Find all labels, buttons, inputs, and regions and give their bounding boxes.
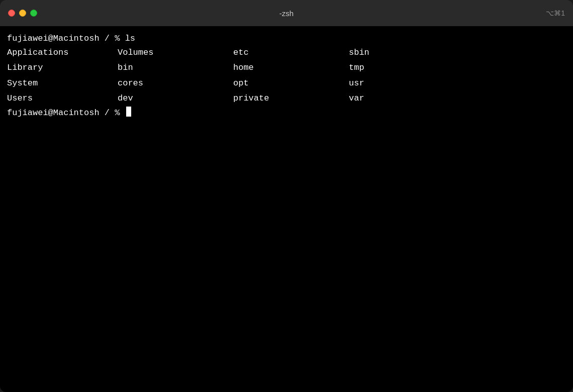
list-item: bin (118, 60, 233, 76)
list-item: tmp (349, 60, 449, 76)
list-item: System (7, 76, 118, 91)
maximize-button[interactable] (30, 10, 37, 17)
list-item: dev (118, 91, 233, 107)
list-item: etc (233, 45, 349, 61)
terminal-body[interactable]: fujiawei@Macintosh / % ls Applications V… (0, 26, 573, 392)
list-item: Users (7, 91, 118, 107)
current-prompt: fujiawei@Macintosh / % (7, 107, 125, 120)
list-item: Library (7, 60, 118, 76)
list-item: Applications (7, 45, 118, 61)
terminal-window: -zsh ⌥⌘1 fujiawei@Macintosh / % ls Appli… (0, 0, 573, 392)
current-prompt-line: fujiawei@Macintosh / % (7, 107, 566, 120)
minimize-button[interactable] (19, 10, 26, 17)
list-item: opt (233, 76, 349, 91)
list-item: home (233, 60, 349, 76)
cursor (126, 107, 131, 117)
list-item: var (349, 91, 449, 107)
list-item: sbin (349, 45, 449, 61)
list-item: cores (118, 76, 233, 91)
window-title: -zsh (279, 9, 294, 18)
prompt-text: fujiawei@Macintosh / % ls (7, 32, 135, 45)
list-item: private (233, 91, 349, 107)
list-item: Volumes (118, 45, 233, 61)
close-button[interactable] (8, 10, 15, 17)
command-line: fujiawei@Macintosh / % ls (7, 32, 566, 45)
keyboard-shortcut: ⌥⌘1 (546, 9, 565, 17)
title-bar: -zsh ⌥⌘1 (0, 0, 573, 26)
ls-output: Applications Volumes etc sbin Library bi… (7, 45, 566, 107)
traffic-lights (8, 10, 37, 17)
list-item: usr (349, 76, 449, 91)
